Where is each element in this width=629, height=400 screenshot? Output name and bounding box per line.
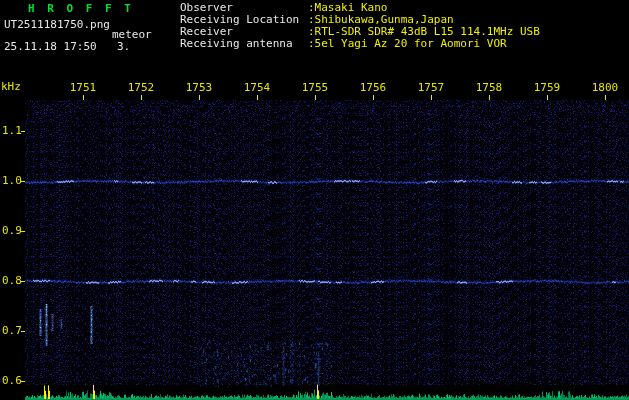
time-tick-label: 1753 xyxy=(185,82,213,93)
time-tick-label: 1800 xyxy=(591,82,619,93)
time-tick-label: 1759 xyxy=(533,82,561,93)
time-axis: 1751175217531754175517561757175817591800 xyxy=(0,82,629,93)
time-tick-label: 1755 xyxy=(301,82,329,93)
freq-tick-label: 0.7 xyxy=(2,325,22,336)
freq-tick-label: 0.6 xyxy=(2,375,22,386)
info-label: Receiving antenna xyxy=(180,38,308,50)
time-tick-label: 1757 xyxy=(417,82,445,93)
time-tick-label: 1758 xyxy=(475,82,503,93)
hrofft-screen: H R O F F T UT2511181750.png meteor 25.1… xyxy=(0,0,629,400)
info-row: Receiving antenna:5el Yagi Az 20 for Aom… xyxy=(180,38,540,50)
freq-tick-label: 1.0 xyxy=(2,175,22,186)
time-tick-label: 1754 xyxy=(243,82,271,93)
obs-type-label: meteor xyxy=(112,29,152,40)
info-value: :5el Yagi Az 20 for Aomori VOR xyxy=(308,37,507,50)
app-title: H R O F F T xyxy=(28,3,134,14)
freq-tick-label: 0.9 xyxy=(2,225,22,236)
freq-tick-label: 1.1 xyxy=(2,125,22,136)
time-tick-label: 1756 xyxy=(359,82,387,93)
station-info-block: Observer:Masaki KanoReceiving Location:S… xyxy=(180,2,540,50)
signal-level-strip xyxy=(25,385,629,400)
frequency-axis: 1.11.00.90.80.70.6 xyxy=(0,0,25,400)
time-tick-label: 1751 xyxy=(69,82,97,93)
meteor-count: 3. xyxy=(117,41,130,52)
freq-tick-label: 0.8 xyxy=(2,275,22,286)
time-tick-label: 1752 xyxy=(127,82,155,93)
spectrogram-plot-area xyxy=(25,100,629,385)
